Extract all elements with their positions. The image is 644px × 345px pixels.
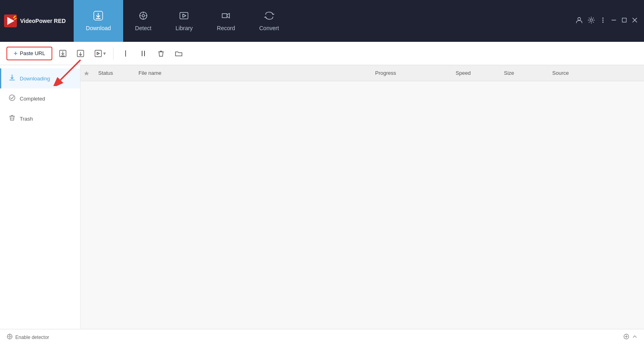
detect-tab-icon: [138, 10, 149, 23]
convert-tab-icon: [264, 10, 275, 23]
plus-icon: +: [14, 50, 17, 57]
tab-convert-label: Convert: [259, 25, 279, 31]
titlebar: VideoPower RED Download: [0, 0, 644, 42]
trash-icon: [8, 114, 16, 123]
download-options-button[interactable]: ▼: [91, 47, 108, 60]
detector-icon: [6, 333, 13, 341]
tab-download[interactable]: Download: [74, 0, 123, 42]
th-speed: Speed: [456, 70, 504, 76]
tab-download-label: Download: [86, 25, 111, 31]
main-layout: Downloading Completed Trash: [0, 65, 644, 329]
table-header: Status File name Progress Speed Size Sou…: [80, 65, 644, 81]
sidebar: Downloading Completed Trash: [0, 65, 80, 329]
tab-detect-label: Detect: [135, 25, 151, 31]
tab-record-label: Record: [217, 25, 235, 31]
content-area: Status File name Progress Speed Size Sou…: [80, 65, 644, 329]
svg-marker-6: [183, 14, 186, 17]
svg-point-7: [578, 18, 581, 21]
open-folder-button[interactable]: [171, 47, 186, 60]
svg-point-10: [603, 20, 604, 21]
th-status: Status: [98, 70, 138, 76]
sidebar-completed-label: Completed: [20, 96, 45, 102]
sidebar-item-completed[interactable]: Completed: [0, 88, 80, 109]
tab-library[interactable]: Library: [163, 0, 205, 42]
maximize-button[interactable]: [621, 17, 627, 25]
settings-icon[interactable]: [588, 16, 595, 25]
th-size: Size: [504, 70, 552, 76]
tab-record[interactable]: Record: [205, 0, 247, 42]
svg-point-9: [603, 18, 604, 19]
app-logo-icon: [4, 14, 17, 27]
bottom-bar: Enable detector: [0, 329, 644, 345]
svg-marker-16: [97, 52, 99, 55]
sidebar-item-downloading[interactable]: Downloading: [0, 68, 80, 88]
app-title: VideoPower RED: [20, 18, 66, 24]
sidebar-downloading-label: Downloading: [20, 76, 50, 82]
svg-marker-19: [84, 71, 89, 76]
enable-detector-label: Enable detector: [15, 335, 49, 340]
collapse-icon: [632, 334, 638, 341]
sidebar-trash-label: Trash: [20, 116, 33, 122]
paste-url-button[interactable]: + Paste URL: [6, 47, 52, 60]
expand-icon: [623, 333, 630, 341]
toolbar-divider: [113, 47, 114, 60]
table-body: [80, 81, 644, 329]
toolbar: + Paste URL ▼: [0, 42, 644, 65]
window-controls: [576, 16, 644, 25]
library-tab-icon: [179, 10, 189, 23]
th-source: Source: [552, 70, 641, 76]
th-progress: Progress: [375, 70, 456, 76]
delete-button[interactable]: [154, 47, 168, 60]
svg-rect-15: [95, 50, 101, 57]
pause-all-button[interactable]: [136, 47, 151, 60]
th-checkbox: [84, 70, 98, 76]
sidebar-item-trash[interactable]: Trash: [0, 109, 80, 129]
svg-point-4: [142, 14, 144, 17]
add-download-button[interactable]: [56, 47, 70, 60]
resume-download-button[interactable]: [73, 47, 88, 60]
svg-point-21: [9, 336, 10, 337]
nav-tabs: Download Detect Library: [74, 0, 576, 42]
downloading-icon: [8, 74, 16, 83]
bottom-expand-item[interactable]: [623, 333, 638, 341]
svg-rect-5: [180, 12, 188, 19]
app-logo: VideoPower RED: [4, 14, 66, 27]
tab-detect[interactable]: Detect: [123, 0, 163, 42]
dropdown-arrow-icon: ▼: [102, 51, 107, 56]
th-filename: File name: [138, 70, 375, 76]
minimize-button[interactable]: [611, 17, 617, 25]
tab-convert[interactable]: Convert: [247, 0, 291, 42]
completed-icon: [8, 94, 16, 103]
close-button[interactable]: [632, 17, 638, 25]
svg-point-18: [9, 95, 15, 101]
svg-rect-12: [622, 18, 626, 22]
paste-url-label: Paste URL: [20, 50, 45, 56]
tab-library-label: Library: [175, 25, 193, 31]
pause-button[interactable]: [118, 47, 133, 60]
user-icon[interactable]: [576, 16, 583, 25]
download-tab-icon: [93, 10, 103, 23]
svg-point-8: [590, 19, 592, 21]
menu-icon[interactable]: [600, 17, 606, 25]
enable-detector-item[interactable]: Enable detector: [6, 333, 49, 341]
svg-point-11: [603, 22, 604, 23]
record-tab-icon: [221, 10, 231, 23]
